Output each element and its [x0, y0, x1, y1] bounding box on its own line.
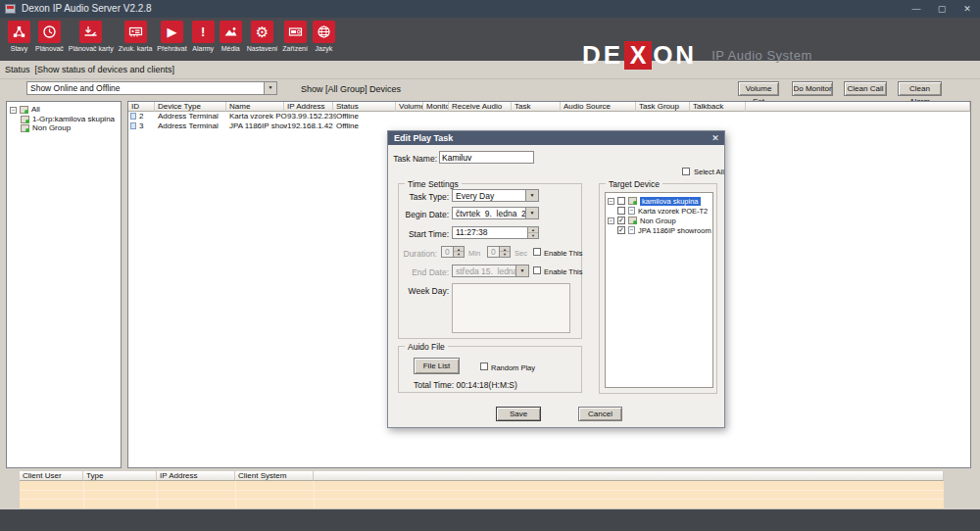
chevron-down-icon[interactable]: ▼ [515, 266, 528, 276]
sidebar-tree-item[interactable]: Non Group [21, 123, 71, 133]
show-filter-dropdown[interactable]: Show Online and Offline ▼ [26, 81, 277, 95]
target-item-label: Karta vzorek POE-T2 [638, 207, 708, 216]
duration-sec-spinner[interactable]: 0 ▲▼ [487, 246, 511, 258]
tree-expander-icon[interactable]: − [10, 107, 17, 114]
toolbar-label: Jazyk [315, 45, 332, 52]
cancel-button[interactable]: Cancel [578, 407, 622, 421]
group-icon [628, 217, 637, 224]
spin-down-icon[interactable]: ▼ [454, 251, 464, 257]
column-header[interactable]: Receive Audio [449, 102, 512, 112]
media-image-icon [220, 21, 242, 43]
toolbar-button-planovac-karty[interactable]: Plánovač karty [69, 21, 114, 52]
task-name-input[interactable] [439, 151, 534, 164]
chevron-down-icon[interactable]: ▼ [525, 208, 538, 218]
time-settings-legend: Time Settings [405, 179, 462, 189]
taskbar [0, 509, 980, 531]
device-cell: Offline [333, 121, 399, 131]
column-header[interactable]: Status [333, 102, 396, 112]
device-cell: Offline [333, 112, 399, 121]
toolbar-button-alarmy[interactable]: ! Alarmy [192, 21, 215, 52]
close-icon[interactable]: ✕ [955, 0, 980, 18]
column-header[interactable]: IP Address [284, 102, 333, 112]
spin-down-icon[interactable]: ▼ [500, 251, 510, 257]
device-cell: 2 [128, 112, 155, 121]
tree-expander-icon[interactable]: − [608, 217, 614, 224]
toolbar-button-stavy[interactable]: Stavy [8, 21, 30, 52]
unchecked-checkbox[interactable] [617, 197, 625, 205]
save-button[interactable]: Save [496, 407, 541, 421]
column-header[interactable]: Client User [20, 471, 83, 481]
tree-item-label: 1-Grp:kamilova skupina [32, 115, 115, 124]
clean-alarm-button[interactable]: Clean Alarm [898, 81, 942, 96]
checked-checkbox[interactable]: ✓ [617, 226, 625, 234]
duration-label: Duration: [399, 249, 437, 259]
sidebar-tree-item[interactable]: −All [10, 105, 40, 115]
audio-file-legend: Auido File [405, 342, 448, 352]
toolbar-button-planovac[interactable]: Plánovač [35, 21, 64, 52]
target-tree-item[interactable]: Karta vzorek POE-T2 [617, 206, 708, 216]
toolbar-button-prehravat[interactable]: ▶ Přehrávat [157, 21, 186, 52]
checked-checkbox[interactable]: ✓ [617, 217, 625, 224]
end-date-dropdown[interactable]: středa 15. ledna 20 ▼ [452, 265, 529, 277]
globe-icon [313, 21, 335, 43]
clean-call-button[interactable]: Clean Call [844, 81, 887, 96]
sidebar-tree-item[interactable]: 1-Grp:kamilova skupina [21, 115, 115, 124]
target-tree-item[interactable]: ✓JPA 1186IP showroom [617, 225, 711, 235]
column-header[interactable]: Device Type [155, 102, 226, 112]
target-tree-item[interactable]: −kamilova skupina [608, 196, 701, 206]
duration-enable-checkbox[interactable] [533, 248, 541, 256]
week-day-listbox[interactable] [452, 283, 570, 333]
column-header[interactable]: Client System [235, 471, 314, 481]
target-tree-item[interactable]: −✓Non Group [608, 216, 676, 225]
column-header[interactable]: Task [512, 102, 561, 112]
do-monitor-button[interactable]: Do Monitor [792, 81, 833, 96]
toolbar-label: Stavy [11, 45, 28, 52]
random-play-checkbox[interactable] [480, 362, 488, 370]
close-icon[interactable]: ✕ [710, 132, 721, 144]
schedule-arrow-icon [79, 21, 102, 43]
toolbar-button-zvuk-karta[interactable]: Zvuk. karta [119, 21, 153, 52]
column-header[interactable]: Talkback [690, 102, 746, 112]
duration-sec-unit: Sec [514, 249, 527, 258]
toolbar-button-jazyk[interactable]: Jazyk [313, 21, 335, 52]
task-name-label: Task Name: [388, 154, 437, 164]
start-time-spinner[interactable]: 11:27:38 ▲▼ [452, 226, 539, 239]
column-header[interactable]: Task Group [636, 102, 690, 112]
toolbar-label: Média [221, 45, 240, 52]
column-header[interactable]: IP Address [157, 471, 235, 481]
app-icon [5, 4, 16, 14]
chevron-down-icon[interactable]: ▼ [264, 82, 276, 94]
duration-min-spinner[interactable]: 0 ▲▼ [441, 246, 465, 258]
device-row[interactable]: 2Address TerminalKarta vzorek POE-T293.9… [128, 112, 970, 121]
target-device-legend: Target Device [606, 179, 662, 189]
column-header[interactable]: Name [226, 102, 284, 112]
begin-date-dropdown[interactable]: čtvrtek 9. ledna 20 ▼ [452, 207, 539, 219]
play-icon: ▶ [161, 21, 183, 43]
device-card-icon [284, 21, 307, 43]
titlebar: Dexon IP Audio Server V2.2.8 — ▢ ✕ [0, 0, 980, 18]
unchecked-checkbox[interactable] [617, 207, 625, 215]
end-date-enable-checkbox[interactable] [533, 266, 541, 274]
spin-down-icon[interactable]: ▼ [528, 232, 538, 239]
select-all-checkbox[interactable] [682, 168, 690, 175]
task-type-dropdown[interactable]: Every Day ▼ [452, 189, 539, 202]
minimize-icon[interactable]: — [904, 0, 929, 18]
toolbar-button-media[interactable]: Média [220, 21, 242, 52]
column-header[interactable]: Type [83, 471, 157, 481]
toolbar-label: Přehrávat [157, 45, 186, 52]
duration-min-unit: Min [468, 249, 480, 258]
column-header[interactable]: Volume [396, 102, 423, 112]
chevron-down-icon[interactable]: ▼ [525, 190, 538, 201]
toolbar-button-nastaveni[interactable]: ⚙ Nastavení [247, 21, 278, 52]
tree-expander-icon[interactable]: − [608, 198, 614, 205]
file-list-button[interactable]: File List [414, 358, 460, 374]
column-header[interactable]: Audio Source [561, 102, 636, 112]
toolbar-button-zarizeni[interactable]: Zařízení [282, 21, 308, 52]
task-type-label: Task Type: [399, 192, 449, 202]
maximize-icon[interactable]: ▢ [929, 0, 955, 18]
volume-set-button[interactable]: Volume Set [738, 81, 779, 96]
column-header[interactable]: ID [128, 102, 155, 112]
column-header-filler [746, 102, 970, 112]
device-row[interactable]: 3Address TerminalJPA 1186IP showroom192.… [128, 121, 970, 131]
column-header[interactable]: Monitor [423, 102, 449, 112]
